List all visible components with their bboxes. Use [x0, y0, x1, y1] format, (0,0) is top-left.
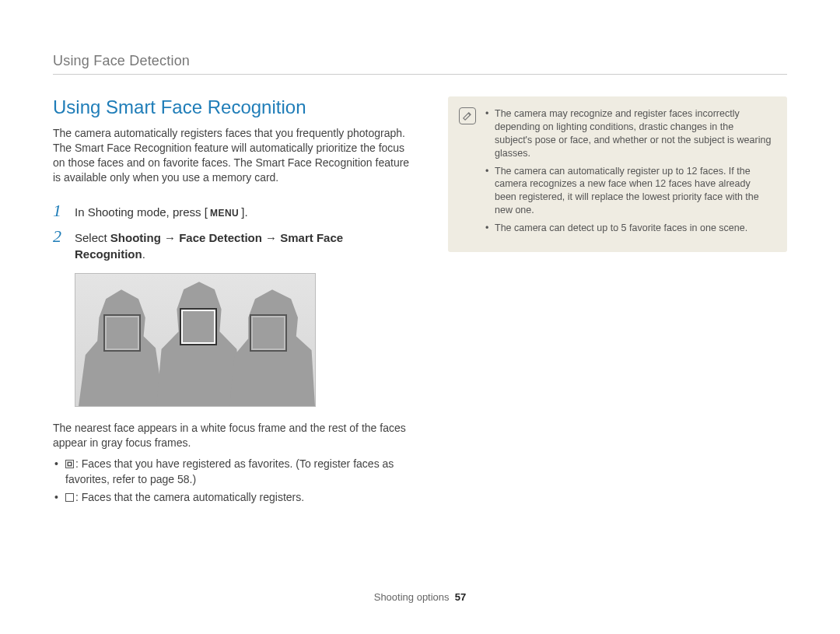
face-focus-frame-gray [105, 316, 139, 350]
footer-section: Shooting options [374, 591, 450, 603]
step-number: 1 [53, 202, 65, 219]
legend-favorite: : Faces that you have registered as favo… [53, 457, 411, 487]
figure-caption: The nearest face appears in a white focu… [53, 421, 411, 450]
section-title: Using Smart Face Recognition [53, 96, 411, 118]
favorite-face-frame-icon [65, 460, 74, 468]
step-text: Select Shooting → Face Detection → Smart… [75, 229, 411, 262]
step-number: 2 [53, 228, 65, 245]
legend-text: : Faces that the camera automatically re… [75, 491, 304, 503]
note-item: The camera can detect up to 5 favorite f… [485, 222, 773, 235]
intro-paragraph: The camera automatically registers faces… [53, 126, 411, 185]
legend-text: : Faces that you have registered as favo… [65, 457, 394, 485]
right-column: The camera may recognize and register fa… [448, 96, 787, 509]
left-column: Using Smart Face Recognition The camera … [53, 96, 411, 509]
page-number: 57 [455, 591, 466, 603]
step-text: In Shooting mode, press [MENU]. [75, 204, 248, 221]
menu-button-label: MENU [208, 206, 241, 221]
step-2: 2 Select Shooting → Face Detection → Sma… [53, 228, 411, 262]
auto-face-frame-icon [65, 493, 74, 502]
steps-list: 1 In Shooting mode, press [MENU]. 2 Sele… [53, 202, 411, 263]
step-bold-path: Shooting → Face Detection → Smart Face R… [75, 231, 343, 261]
note-pencil-icon [459, 107, 476, 124]
step-prefix: Select [75, 231, 110, 244]
breadcrumb: Using Face Detection [53, 53, 787, 75]
example-screenshot [75, 273, 316, 407]
legend-auto: : Faces that the camera automatically re… [53, 490, 411, 506]
legend-list: : Faces that you have registered as favo… [53, 457, 411, 506]
note-item: The camera can automatically register up… [485, 165, 773, 218]
note-box: The camera may recognize and register fa… [448, 96, 787, 252]
page-footer: Shooting options 57 [0, 591, 840, 603]
step-suffix: . [142, 247, 145, 261]
step-1: 1 In Shooting mode, press [MENU]. [53, 202, 411, 221]
step-suffix: ]. [241, 205, 247, 219]
face-focus-frame-gray [251, 316, 285, 350]
person-silhouette [156, 282, 242, 406]
face-focus-frame-white [181, 310, 215, 344]
note-item: The camera may recognize and register fa… [485, 107, 773, 160]
step-prefix: In Shooting mode, press [ [75, 205, 208, 219]
